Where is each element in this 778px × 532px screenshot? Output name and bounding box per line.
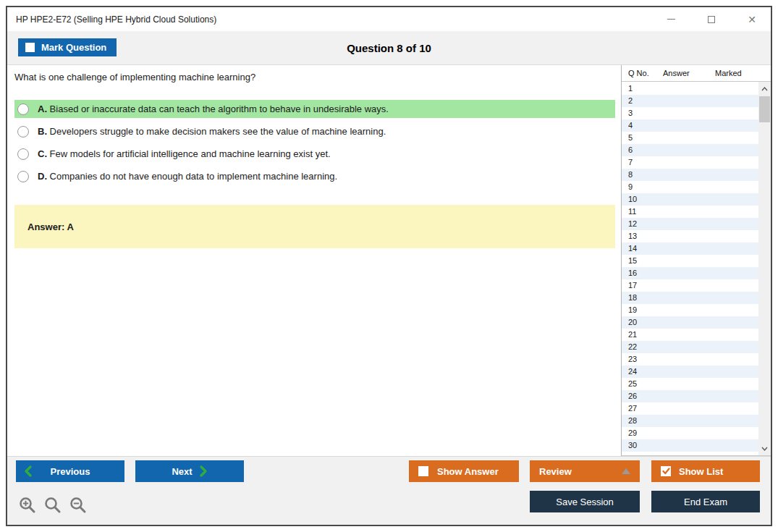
zoom-out-icon[interactable] <box>69 496 88 515</box>
question-list-row[interactable]: 18 <box>622 292 758 304</box>
question-list-row[interactable]: 24 <box>622 366 758 378</box>
question-list-row[interactable]: 16 <box>622 267 758 279</box>
row-answer <box>663 353 715 366</box>
question-list-row[interactable]: 27 <box>622 402 758 415</box>
show-list-checkbox[interactable] <box>661 466 671 476</box>
row-answer <box>663 83 715 95</box>
option-c[interactable]: C. Few models for artificial intelligenc… <box>14 145 615 163</box>
question-list-body: 1234567891011121314151617181920212223242… <box>622 82 771 456</box>
question-list-row[interactable]: 1 <box>622 83 758 95</box>
row-answer <box>663 316 715 329</box>
row-qno: 3 <box>622 107 663 119</box>
minimize-button[interactable] <box>665 14 677 25</box>
row-qno: 24 <box>622 366 663 378</box>
question-list-row[interactable]: 12 <box>622 218 758 230</box>
zoom-in-icon[interactable] <box>18 496 37 515</box>
option-text: C. Few models for artificial intelligenc… <box>38 148 331 159</box>
question-list-row[interactable]: 30 <box>622 439 758 452</box>
end-exam-button[interactable]: End Exam <box>651 491 760 512</box>
radio-icon[interactable] <box>17 126 29 138</box>
previous-label: Previous <box>51 466 90 477</box>
show-answer-label: Show Answer <box>437 466 499 477</box>
row-qno: 14 <box>622 242 663 255</box>
dropdown-up-icon <box>622 468 630 474</box>
chevron-right-icon <box>200 465 208 477</box>
scrollbar[interactable] <box>758 82 771 455</box>
review-button[interactable]: Review <box>530 460 640 482</box>
radio-icon[interactable] <box>17 171 29 182</box>
row-qno: 30 <box>622 439 663 452</box>
row-qno: 7 <box>622 156 663 169</box>
scroll-down-icon[interactable] <box>758 442 771 455</box>
option-text: A. Biased or inaccurate data can teach t… <box>38 104 389 114</box>
question-list-row[interactable]: 26 <box>622 390 758 402</box>
option-a[interactable]: A. Biased or inaccurate data can teach t… <box>14 100 615 118</box>
row-marked <box>715 206 758 218</box>
question-list-row[interactable]: 7 <box>622 156 758 169</box>
show-answer-checkbox[interactable] <box>418 466 428 476</box>
question-list-row[interactable]: 17 <box>622 279 758 292</box>
show-list-button[interactable]: Show List <box>651 460 760 482</box>
review-label: Review <box>539 466 572 477</box>
option-b[interactable]: B. Developers struggle to make decision … <box>14 122 615 140</box>
row-marked <box>715 255 758 267</box>
mark-question-checkbox[interactable] <box>25 43 35 52</box>
next-button[interactable]: Next <box>135 460 244 482</box>
row-qno: 16 <box>622 267 663 279</box>
save-session-button[interactable]: Save Session <box>530 491 640 512</box>
row-answer <box>663 132 715 144</box>
question-list-row[interactable]: 22 <box>622 341 758 353</box>
question-list-row[interactable]: 8 <box>622 169 758 181</box>
question-list-row[interactable]: 3 <box>622 107 758 119</box>
row-answer <box>663 156 715 169</box>
mark-question-button[interactable]: Mark Question <box>18 38 117 56</box>
zoom-reset-icon[interactable] <box>43 496 62 515</box>
close-button[interactable]: ✕ <box>746 14 758 25</box>
row-marked <box>715 341 758 353</box>
question-list-row[interactable]: 5 <box>622 132 758 144</box>
row-qno: 10 <box>622 193 663 206</box>
row-marked <box>715 366 758 378</box>
question-list-row[interactable]: 9 <box>622 181 758 193</box>
show-answer-button[interactable]: Show Answer <box>409 460 519 482</box>
row-answer <box>663 427 715 439</box>
radio-icon[interactable] <box>17 148 29 160</box>
question-panel: What is one challenge of implementing ma… <box>7 65 621 456</box>
row-qno: 17 <box>622 279 663 292</box>
question-list-row[interactable]: 11 <box>622 206 758 218</box>
row-qno: 13 <box>622 230 663 242</box>
question-list-row[interactable]: 23 <box>622 353 758 366</box>
question-list-row[interactable]: 15 <box>622 255 758 267</box>
question-list-row[interactable]: 13 <box>622 230 758 242</box>
question-list-row[interactable]: 25 <box>622 378 758 390</box>
scrollbar-thumb[interactable] <box>759 96 770 122</box>
page-background: HP HPE2-E72 (Selling HPE Hybrid Cloud So… <box>0 0 778 532</box>
mark-question-label: Mark Question <box>41 42 106 53</box>
row-answer <box>663 267 715 279</box>
question-list-row[interactable]: 20 <box>622 316 758 329</box>
question-list-row[interactable]: 21 <box>622 329 758 341</box>
question-list-row[interactable]: 6 <box>622 144 758 156</box>
option-d[interactable]: D. Companies do not have enough data to … <box>14 167 615 185</box>
row-answer <box>663 304 715 316</box>
row-answer <box>663 169 715 181</box>
option-text: B. Developers struggle to make decision … <box>38 126 386 137</box>
row-qno: 15 <box>622 255 663 267</box>
question-list-row[interactable]: 28 <box>622 415 758 427</box>
maximize-button[interactable] <box>706 14 717 25</box>
row-marked <box>715 156 758 169</box>
question-list-row[interactable]: 29 <box>622 427 758 439</box>
column-answer: Answer <box>663 69 715 77</box>
row-answer <box>663 218 715 230</box>
question-list-row[interactable]: 14 <box>622 242 758 255</box>
row-answer <box>663 95 715 107</box>
radio-icon[interactable] <box>17 104 29 115</box>
scroll-up-icon[interactable] <box>758 83 771 95</box>
question-list-row[interactable]: 4 <box>622 119 758 132</box>
question-list-row[interactable]: 2 <box>622 95 758 107</box>
content-area: What is one challenge of implementing ma… <box>7 64 771 456</box>
question-list-row[interactable]: 19 <box>622 304 758 316</box>
question-list-row[interactable]: 10 <box>622 193 758 206</box>
previous-button[interactable]: Previous <box>16 460 124 482</box>
row-answer <box>663 329 715 341</box>
